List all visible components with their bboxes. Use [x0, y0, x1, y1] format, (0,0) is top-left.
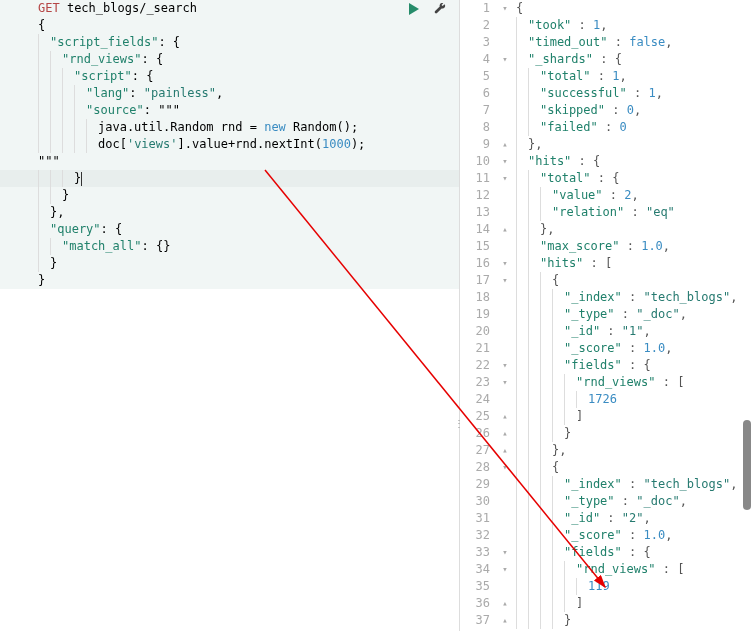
- code-line[interactable]: "match_all": {}: [0, 238, 459, 255]
- code-line: 31"_id" : "2",: [460, 510, 753, 527]
- code-line: 9▴},: [460, 136, 753, 153]
- line-number: 20: [460, 323, 498, 340]
- fold-toggle[interactable]: ▴: [498, 595, 512, 612]
- code-content: "relation" : "eq": [512, 204, 753, 221]
- line-number: 28: [460, 459, 498, 476]
- pane-resize-handle[interactable]: ⋮: [454, 418, 463, 429]
- scrollbar-thumb[interactable]: [743, 420, 751, 510]
- fold-toggle[interactable]: ▾: [498, 544, 512, 561]
- code-content[interactable]: "script_fields": {: [28, 34, 459, 51]
- request-line[interactable]: GET tech_blogs/_search: [28, 0, 459, 17]
- fold-toggle[interactable]: ▴: [498, 612, 512, 629]
- code-content: "value" : 2,: [512, 187, 753, 204]
- fold-toggle[interactable]: ▾: [498, 272, 512, 289]
- code-content[interactable]: java.util.Random rnd = new Random();: [28, 119, 459, 136]
- code-content[interactable]: }: [28, 255, 459, 272]
- line-number: 37: [460, 612, 498, 629]
- code-line: 25▴]: [460, 408, 753, 425]
- code-content: "_index" : "tech_blogs",: [512, 289, 753, 306]
- line-number: 5: [460, 68, 498, 85]
- code-line[interactable]: }: [0, 187, 459, 204]
- fold-toggle[interactable]: ▾: [498, 153, 512, 170]
- line-number: 13: [460, 204, 498, 221]
- code-content[interactable]: }: [28, 170, 459, 187]
- fold-toggle[interactable]: ▾: [498, 255, 512, 272]
- line-number: 19: [460, 306, 498, 323]
- code-line[interactable]: "rnd_views": {: [0, 51, 459, 68]
- code-line[interactable]: doc['views'].value+rnd.nextInt(1000);: [0, 136, 459, 153]
- fold-toggle[interactable]: ▴: [498, 221, 512, 238]
- code-line[interactable]: "source": """: [0, 102, 459, 119]
- code-content: "max_score" : 1.0,: [512, 238, 753, 255]
- code-content[interactable]: "source": """: [28, 102, 459, 119]
- code-content: "rnd_views" : [: [512, 561, 753, 578]
- fold-toggle[interactable]: ▴: [498, 442, 512, 459]
- fold-toggle[interactable]: ▾: [498, 459, 512, 476]
- code-line: 1▾{: [460, 0, 753, 17]
- line-number: 22: [460, 357, 498, 374]
- code-content: "fields" : {: [512, 544, 753, 561]
- fold-toggle[interactable]: ▾: [498, 170, 512, 187]
- code-content[interactable]: },: [28, 204, 459, 221]
- code-content: "fields" : {: [512, 357, 753, 374]
- code-content[interactable]: }: [28, 272, 459, 289]
- code-content[interactable]: """: [28, 153, 459, 170]
- code-line[interactable]: }: [0, 170, 459, 187]
- line-number: 26: [460, 425, 498, 442]
- fold-toggle[interactable]: ▴: [498, 136, 512, 153]
- code-content: "timed_out" : false,: [512, 34, 753, 51]
- code-line[interactable]: "lang": "painless",: [0, 85, 459, 102]
- code-content[interactable]: {: [28, 17, 459, 34]
- code-content: },: [512, 136, 753, 153]
- code-content: ]: [512, 408, 753, 425]
- code-line: 27▴},: [460, 442, 753, 459]
- code-line[interactable]: """: [0, 153, 459, 170]
- code-line: 4▾"_shards" : {: [460, 51, 753, 68]
- code-line: 21"_score" : 1.0,: [460, 340, 753, 357]
- fold-toggle[interactable]: ▾: [498, 357, 512, 374]
- code-content: "hits" : [: [512, 255, 753, 272]
- code-content[interactable]: "rnd_views": {: [28, 51, 459, 68]
- code-line[interactable]: "script_fields": {: [0, 34, 459, 51]
- code-line: 7"skipped" : 0,: [460, 102, 753, 119]
- code-line[interactable]: "script": {: [0, 68, 459, 85]
- line-number: 11: [460, 170, 498, 187]
- fold-toggle[interactable]: ▾: [498, 374, 512, 391]
- line-number: 36: [460, 595, 498, 612]
- code-content: 1726: [512, 391, 753, 408]
- code-line: 36▴]: [460, 595, 753, 612]
- code-line[interactable]: }: [0, 272, 459, 289]
- code-line: 20"_id" : "1",: [460, 323, 753, 340]
- fold-toggle[interactable]: ▾: [498, 51, 512, 68]
- line-number: 23: [460, 374, 498, 391]
- fold-toggle[interactable]: ▴: [498, 408, 512, 425]
- code-content[interactable]: "lang": "painless",: [28, 85, 459, 102]
- code-line: 18"_index" : "tech_blogs",: [460, 289, 753, 306]
- fold-toggle[interactable]: ▴: [498, 425, 512, 442]
- line-number: 3: [460, 34, 498, 51]
- code-content[interactable]: "script": {: [28, 68, 459, 85]
- fold-toggle[interactable]: ▾: [498, 561, 512, 578]
- code-content[interactable]: }: [28, 187, 459, 204]
- code-content: ]: [512, 595, 753, 612]
- wrench-icon[interactable]: [433, 2, 447, 16]
- code-line[interactable]: {: [0, 17, 459, 34]
- code-line: 32"_score" : 1.0,: [460, 527, 753, 544]
- code-line[interactable]: }: [0, 255, 459, 272]
- response-viewer-pane[interactable]: ⋮ 1▾{2"took" : 1,3"timed_out" : false,4▾…: [460, 0, 753, 631]
- code-content: "_type" : "_doc",: [512, 493, 753, 510]
- code-content: "_type" : "_doc",: [512, 306, 753, 323]
- fold-toggle[interactable]: ▾: [498, 0, 512, 17]
- code-content[interactable]: "query": {: [28, 221, 459, 238]
- code-line[interactable]: java.util.Random rnd = new Random();: [0, 119, 459, 136]
- code-content: "successful" : 1,: [512, 85, 753, 102]
- play-icon[interactable]: [409, 3, 419, 15]
- request-editor-pane[interactable]: GET tech_blogs/_search {"script_fields":…: [0, 0, 460, 631]
- code-line[interactable]: "query": {: [0, 221, 459, 238]
- line-number: 18: [460, 289, 498, 306]
- code-line: 34▾"rnd_views" : [: [460, 561, 753, 578]
- code-content[interactable]: "match_all": {}: [28, 238, 459, 255]
- code-line[interactable]: },: [0, 204, 459, 221]
- line-number: 10: [460, 153, 498, 170]
- code-content[interactable]: doc['views'].value+rnd.nextInt(1000);: [28, 136, 459, 153]
